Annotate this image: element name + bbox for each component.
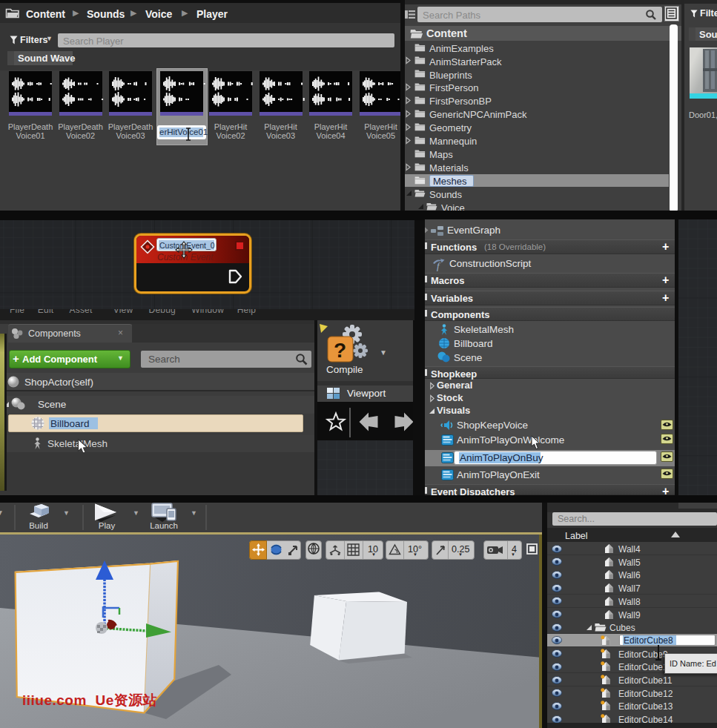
svg-text:?: ?: [334, 339, 346, 362]
svg-text:f: f: [437, 260, 441, 271]
